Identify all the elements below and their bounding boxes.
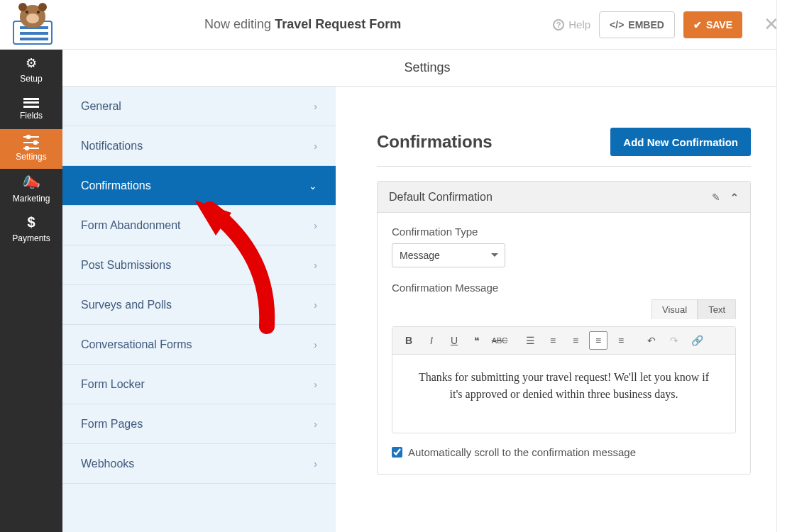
rail-label: Payments (12, 233, 50, 243)
megaphone-icon: 📣 (23, 174, 40, 191)
code-icon: </> (610, 19, 624, 31)
bullet-list-button[interactable]: ☰ (521, 331, 539, 350)
chevron-right-icon: › (314, 260, 317, 271)
number-list-button[interactable]: ≡ (544, 331, 562, 350)
check-icon: ✔ (693, 19, 702, 31)
chevron-down-icon: ⌄ (309, 180, 317, 192)
rail-label: Setup (20, 74, 42, 84)
auto-scroll-row[interactable]: Automatically scroll to the confirmation… (392, 446, 736, 458)
chevron-right-icon: › (314, 140, 317, 152)
edit-icon[interactable]: ✎ (712, 192, 720, 203)
accordion-title: Default Confirmation (389, 191, 493, 204)
menu-surveys-polls[interactable]: Surveys and Polls› (62, 285, 336, 325)
chevron-right-icon: › (314, 339, 317, 350)
rail-label: Marketing (13, 194, 50, 204)
add-confirmation-button[interactable]: Add New Confirmation (610, 128, 751, 156)
undo-button[interactable]: ↶ (642, 331, 661, 350)
rail-marketing[interactable]: 📣 Marketing (0, 169, 62, 209)
side-rail: ⚙ Setup Fields Settings 📣 Marketing $ Pa… (0, 50, 62, 532)
rail-fields[interactable]: Fields (0, 89, 62, 129)
content-area: Confirmations Add New Confirmation Defau… (336, 87, 792, 532)
rail-setup[interactable]: ⚙ Setup (0, 50, 62, 89)
menu-form-locker[interactable]: Form Locker› (62, 365, 336, 404)
tab-visual[interactable]: Visual (651, 299, 698, 319)
top-bar: Now editing Travel Request Form ? Help <… (0, 0, 792, 50)
editor-toolbar: B I U ❝ ABC ☰ ≡ ≡ ≡ (392, 327, 735, 355)
chevron-right-icon: › (314, 299, 317, 311)
rail-settings[interactable]: Settings (0, 129, 62, 169)
quote-button[interactable]: ❝ (468, 331, 486, 350)
rich-editor: B I U ❝ ABC ☰ ≡ ≡ ≡ (392, 326, 736, 433)
gear-icon: ⚙ (26, 55, 37, 71)
chevron-right-icon: › (314, 379, 317, 390)
list-icon (23, 98, 39, 108)
auto-scroll-checkbox[interactable] (392, 447, 402, 458)
rail-payments[interactable]: $ Payments (0, 209, 62, 248)
settings-menu: General› Notifications› Confirmations⌄ F… (62, 87, 336, 532)
collapse-icon[interactable]: ⌃ (730, 192, 739, 203)
rail-label: Settings (16, 152, 46, 162)
menu-confirmations[interactable]: Confirmations⌄ (62, 166, 336, 206)
rail-label: Fields (20, 111, 43, 121)
confirmation-type-select[interactable]: Message (392, 243, 505, 267)
save-label: SAVE (706, 19, 732, 31)
align-right-button[interactable]: ≡ (612, 331, 630, 350)
chevron-right-icon: › (314, 220, 317, 231)
title-prefix: Now editing (204, 17, 271, 31)
menu-post-submissions[interactable]: Post Submissions› (62, 245, 336, 285)
save-button[interactable]: ✔ SAVE (683, 11, 742, 38)
message-textarea[interactable]: Thanks for submitting your travel reques… (392, 355, 735, 433)
italic-button[interactable]: I (422, 331, 441, 350)
help-label: Help (568, 18, 590, 31)
accordion-header[interactable]: Default Confirmation ✎ ⌃ (378, 182, 750, 213)
embed-button[interactable]: </> EMBED (599, 11, 675, 38)
bold-button[interactable]: B (400, 331, 418, 350)
dollar-icon: $ (27, 214, 35, 231)
message-label: Confirmation Message (392, 282, 736, 294)
menu-notifications[interactable]: Notifications› (62, 126, 336, 166)
menu-webhooks[interactable]: Webhooks› (62, 444, 336, 484)
auto-scroll-label: Automatically scroll to the confirmation… (408, 446, 636, 458)
form-name: Travel Request Form (275, 17, 401, 31)
subheader: Settings (62, 50, 792, 87)
chevron-right-icon: › (314, 419, 317, 430)
link-button[interactable]: 🔗 (688, 331, 706, 350)
confirmations-panel: Confirmations Add New Confirmation Defau… (358, 111, 769, 496)
right-divider (776, 0, 792, 532)
underline-button[interactable]: U (445, 331, 463, 350)
menu-form-abandonment[interactable]: Form Abandonment› (62, 206, 336, 245)
align-left-button[interactable]: ≡ (566, 331, 585, 350)
sliders-icon (23, 136, 39, 149)
help-link[interactable]: ? Help (553, 18, 590, 31)
panel-title: Confirmations (377, 132, 493, 152)
redo-button[interactable]: ↷ (665, 331, 683, 350)
app-logo (13, 5, 53, 45)
align-center-button[interactable]: ≡ (589, 331, 607, 350)
strike-button[interactable]: ABC (490, 331, 509, 350)
menu-general[interactable]: General› (62, 87, 336, 126)
menu-conversational[interactable]: Conversational Forms› (62, 325, 336, 365)
embed-label: EMBED (628, 19, 664, 31)
tab-text[interactable]: Text (698, 299, 736, 319)
page-title: Now editing Travel Request Form (53, 17, 553, 32)
chevron-right-icon: › (314, 101, 317, 112)
menu-form-pages[interactable]: Form Pages› (62, 404, 336, 444)
confirmation-accordion: Default Confirmation ✎ ⌃ Confirmation Ty… (377, 181, 751, 475)
help-icon: ? (553, 19, 564, 31)
type-label: Confirmation Type (392, 226, 736, 238)
chevron-right-icon: › (314, 458, 317, 470)
